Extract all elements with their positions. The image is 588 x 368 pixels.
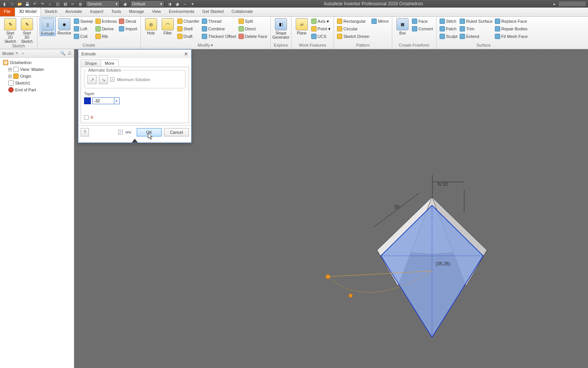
tab-annotate[interactable]: Annotate — [61, 8, 86, 16]
tab-more[interactable]: More — [101, 60, 119, 67]
coil-button[interactable]: Coil — [73, 33, 94, 40]
taper-input[interactable] — [92, 97, 114, 104]
qat-icon-2[interactable]: ◕ — [174, 1, 180, 7]
tree-root[interactable]: Octahedron — [2, 59, 72, 66]
app-icon[interactable]: ▮ — [2, 1, 8, 7]
tab-collaborate[interactable]: Collaborate — [228, 8, 257, 16]
taper-swatch[interactable] — [84, 97, 91, 104]
help-button[interactable]: ? — [81, 128, 89, 136]
search-icon[interactable]: ▸ — [551, 1, 557, 7]
ok-button[interactable]: OK — [137, 128, 162, 136]
thicken-button[interactable]: Thicken/ Offset — [201, 33, 237, 40]
open-icon[interactable]: 📂 — [17, 1, 23, 7]
start-2d-sketch-button[interactable]: ✎Start 2D Sketch — [2, 17, 18, 44]
convert-button[interactable]: Convert — [411, 25, 434, 33]
search-input[interactable] — [558, 1, 586, 7]
patch-button[interactable]: Patch — [439, 25, 459, 33]
tab-sketch[interactable]: Sketch — [41, 8, 62, 16]
qat-icon-1[interactable]: ◑ — [167, 1, 173, 7]
tab-manage[interactable]: Manage — [125, 8, 148, 16]
alt-sol-button-1[interactable]: ↗ — [87, 75, 97, 84]
sculpt-button[interactable]: Sculpt — [439, 33, 459, 40]
combine-button[interactable]: Combine — [201, 25, 237, 33]
fillet-button[interactable]: ◠Fillet — [160, 17, 176, 35]
direct-button[interactable]: Direct — [238, 25, 268, 33]
tab-tools[interactable]: Tools — [108, 8, 125, 16]
start-3d-sketch-button[interactable]: ✎Start 3D Sketch — [19, 17, 35, 44]
new-icon[interactable]: □ — [9, 1, 15, 7]
preview-checkbox[interactable]: ✓ — [118, 130, 123, 135]
undo-icon[interactable]: ↶ — [32, 1, 38, 7]
qat-dropdown-icon[interactable]: ▾ — [189, 1, 195, 7]
appearance-dropdown[interactable]: Default▾ — [130, 0, 164, 7]
loft-button[interactable]: Loft — [73, 25, 94, 33]
derive-button[interactable]: Derive — [95, 25, 118, 33]
hole-button[interactable]: ◎Hole — [143, 17, 159, 35]
sketch-driven-button[interactable]: Sketch Driven — [336, 33, 370, 40]
globe-icon[interactable]: ◍ — [77, 1, 83, 7]
repair-bodies-button[interactable]: Repair Bodies — [494, 25, 529, 33]
dialog-close-icon[interactable]: ✕ — [184, 51, 188, 57]
tab-shape[interactable]: Shape — [81, 60, 101, 67]
match-shape-checkbox[interactable] — [84, 115, 89, 120]
tree-view[interactable]: ▸View: Master — [2, 66, 72, 73]
dialog-expand-arrow[interactable] — [132, 139, 138, 143]
tab-view[interactable]: View — [148, 8, 165, 16]
tree-sketch1[interactable]: Sketch1 — [2, 80, 72, 86]
save-icon[interactable]: 💾 — [24, 1, 30, 7]
update-icon[interactable]: ◱ — [55, 1, 61, 7]
browser-menu-icon[interactable]: ☰ — [68, 51, 72, 56]
ruled-surface-button[interactable]: Ruled Surface — [459, 17, 493, 25]
cancel-button[interactable]: Cancel — [164, 128, 189, 136]
tab-environments[interactable]: Environments — [165, 8, 198, 16]
mirror-button[interactable]: Mirror — [371, 17, 390, 25]
tab-get-started[interactable]: Get Started — [198, 8, 228, 16]
alt-sol-button-2[interactable]: ↘ — [99, 75, 108, 84]
tab-inspect[interactable]: Inspect — [86, 8, 108, 16]
rib-button[interactable]: Rib — [95, 33, 118, 40]
browser-add-tab[interactable]: ＋ — [21, 50, 25, 56]
box-button[interactable]: ▦Box — [395, 17, 410, 35]
projects-icon[interactable]: ▤ — [62, 1, 68, 7]
redo-icon[interactable]: ↷ — [39, 1, 45, 7]
revolve-button[interactable]: ◉Revolve — [56, 17, 72, 35]
appearance-icon[interactable]: ◕ — [122, 1, 128, 7]
material-dropdown[interactable]: Generic▾ — [86, 0, 120, 7]
trim-button[interactable]: Trim — [459, 25, 493, 33]
face-button[interactable]: Face — [411, 17, 434, 25]
decal-button[interactable]: Decal — [118, 17, 138, 25]
plane-button[interactable]: ▱Plane — [294, 17, 310, 35]
replace-face-button[interactable]: Replace Face — [494, 17, 529, 25]
min-solution-checkbox[interactable]: ✓ — [110, 77, 115, 82]
ucs-button[interactable]: UCS — [310, 33, 331, 40]
emboss-button[interactable]: Emboss — [95, 17, 118, 25]
point-button[interactable]: Point ▾ — [310, 25, 331, 33]
shell-button[interactable]: Shell — [176, 25, 200, 33]
tab-3d-model[interactable]: 3D Model — [15, 8, 41, 16]
axis-button[interactable]: Axis ▾ — [310, 17, 331, 25]
shape-generator-button[interactable]: ◧Shape Generator — [273, 17, 289, 39]
expander-icon[interactable]: ▸ — [8, 68, 12, 71]
home-icon[interactable]: ⌂ — [47, 1, 53, 7]
delete-face-button[interactable]: Delete Face — [238, 33, 268, 40]
expander-icon[interactable]: ▸ — [8, 75, 12, 78]
stitch-button[interactable]: Stitch — [439, 17, 459, 25]
rectangular-button[interactable]: Rectangular — [336, 17, 370, 25]
circular-button[interactable]: Circular — [336, 25, 370, 33]
tree-origin[interactable]: ▸Origin — [2, 73, 72, 80]
draft-button[interactable]: Draft — [176, 33, 200, 40]
extrude-button[interactable]: ▯Extrude — [40, 17, 56, 36]
return-icon[interactable]: ↵ — [70, 1, 76, 7]
browser-search-icon[interactable]: 🔍 — [60, 51, 66, 56]
tree-end-of-part[interactable]: End of Part — [2, 86, 72, 93]
browser-close-icon[interactable]: ✕ — [15, 51, 19, 56]
taper-dropdown-icon[interactable]: ▸ — [114, 97, 120, 104]
tab-file[interactable]: File — [0, 8, 15, 16]
qat-icon-3[interactable]: ↔ — [182, 1, 188, 7]
fit-mesh-face-button[interactable]: Fit Mesh Face — [494, 33, 529, 40]
chamfer-button[interactable]: Chamfer — [176, 17, 200, 25]
extend-button[interactable]: Extend — [459, 33, 493, 40]
dialog-titlebar[interactable]: Extrude ✕ — [78, 50, 191, 58]
thread-button[interactable]: Thread — [201, 17, 237, 25]
import-button[interactable]: Import — [118, 25, 138, 33]
